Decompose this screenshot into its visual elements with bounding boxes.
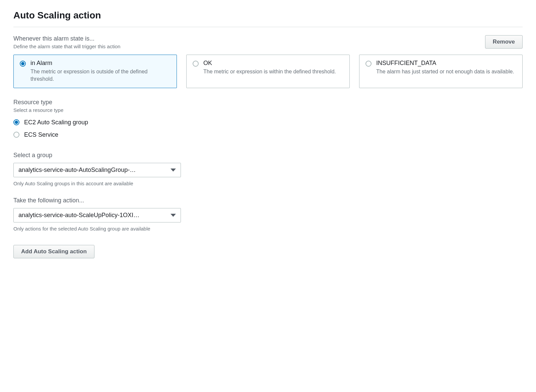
radio-icon (365, 61, 372, 67)
action-select-value: analytics-service-auto-ScaleUpPolicy-1OX… (18, 212, 166, 219)
alarm-state-options: in Alarm The metric or expression is out… (13, 55, 523, 88)
radio-card-content: OK The metric or expression is within th… (203, 60, 343, 75)
radio-icon (193, 61, 199, 67)
radio-icon (13, 119, 19, 125)
radio-card-content: INSUFFICIENT_DATA The alarm has just sta… (376, 60, 516, 75)
radio-icon (20, 61, 26, 67)
action-select[interactable]: analytics-service-auto-ScaleUpPolicy-1OX… (13, 208, 181, 222)
radio-card-title: INSUFFICIENT_DATA (376, 60, 516, 67)
resource-type-options: EC2 Auto Scaling group ECS Service (13, 116, 523, 141)
radio-card-desc: The metric or expression is within the d… (203, 68, 343, 75)
radio-card-content: in Alarm The metric or expression is out… (30, 60, 171, 83)
alarm-state-header-row: Whenever this alarm state is... Define t… (13, 35, 523, 49)
resource-type-option-ec2[interactable]: EC2 Auto Scaling group (13, 116, 523, 129)
alarm-state-heading: Whenever this alarm state is... Define t… (13, 35, 120, 49)
resource-type-section: Resource type Select a resource type EC2… (13, 99, 523, 141)
alarm-state-option-in-alarm[interactable]: in Alarm The metric or expression is out… (13, 55, 177, 88)
remove-button[interactable]: Remove (485, 35, 523, 49)
radio-icon (13, 132, 19, 138)
alarm-state-label: Whenever this alarm state is... (13, 35, 120, 42)
chevron-down-icon (171, 214, 176, 217)
radio-card-desc: The alarm has just started or not enough… (376, 68, 516, 75)
group-select-section: Select a group analytics-service-auto-Au… (13, 152, 523, 186)
group-select-hint: Only Auto Scaling groups in this account… (13, 181, 181, 186)
radio-card-title: in Alarm (30, 60, 171, 67)
radio-card-desc: The metric or expression is outside of t… (30, 68, 171, 83)
alarm-state-option-insufficient-data[interactable]: INSUFFICIENT_DATA The alarm has just sta… (359, 55, 523, 88)
group-select-value: analytics-service-auto-AutoScalingGroup-… (18, 167, 166, 174)
group-select-label: Select a group (13, 152, 523, 159)
resource-type-description: Select a resource type (13, 107, 523, 113)
group-select[interactable]: analytics-service-auto-AutoScalingGroup-… (13, 163, 181, 177)
divider (13, 27, 523, 27)
radio-item-label: ECS Service (24, 131, 58, 138)
action-select-label: Take the following action... (13, 197, 523, 204)
add-auto-scaling-action-button[interactable]: Add Auto Scaling action (13, 245, 94, 258)
action-select-hint: Only actions for the selected Auto Scali… (13, 226, 181, 232)
add-action-row: Add Auto Scaling action (13, 245, 523, 258)
resource-type-label: Resource type (13, 99, 523, 106)
alarm-state-option-ok[interactable]: OK The metric or expression is within th… (186, 55, 350, 88)
radio-card-title: OK (203, 60, 343, 67)
alarm-state-description: Define the alarm state that will trigger… (13, 44, 120, 49)
action-select-section: Take the following action... analytics-s… (13, 197, 523, 232)
radio-item-label: EC2 Auto Scaling group (24, 119, 88, 126)
chevron-down-icon (171, 169, 176, 172)
resource-type-option-ecs[interactable]: ECS Service (13, 129, 523, 141)
section-title: Auto Scaling action (13, 10, 523, 21)
